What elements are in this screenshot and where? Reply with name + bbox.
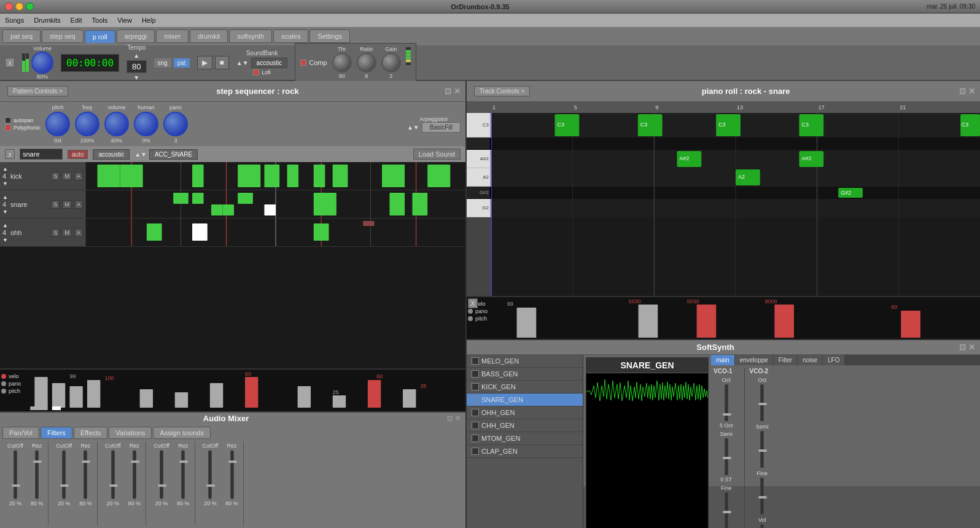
menu-view[interactable]: View xyxy=(117,17,132,24)
step-seq-close[interactable]: ✕ xyxy=(454,87,461,96)
lofi-checkbox[interactable] xyxy=(253,69,259,76)
volume-ctrl-knob[interactable] xyxy=(104,112,129,136)
snare-checkbox[interactable] xyxy=(472,396,479,403)
maximize-button[interactable] xyxy=(26,2,34,10)
roll-close-icon[interactable]: ✕ xyxy=(968,87,975,96)
tab-arpeggi[interactable]: arpeggi xyxy=(117,29,155,43)
vco2-oct-slider-track[interactable] xyxy=(760,384,764,421)
snare-m-btn[interactable]: M xyxy=(62,200,72,209)
pitch-knob[interactable] xyxy=(45,112,70,136)
kick-m-btn[interactable]: M xyxy=(62,172,72,181)
roll-expand-icon[interactable]: ⊡ xyxy=(959,87,966,96)
menu-edit[interactable]: Edit xyxy=(71,17,82,24)
synth-item-clap[interactable]: CLAP_GEN xyxy=(467,445,583,458)
vco1-oct-thumb[interactable] xyxy=(723,413,731,416)
rez-thumb-4[interactable] xyxy=(179,460,188,463)
kick-s-btn[interactable]: S xyxy=(51,172,60,181)
x-button-1[interactable]: x xyxy=(5,58,15,68)
tab-assign[interactable]: Assign sounds xyxy=(153,427,211,439)
kick-a-btn[interactable]: A xyxy=(74,172,83,181)
rez-thumb-1[interactable] xyxy=(33,460,42,463)
cutoff-track-3[interactable] xyxy=(111,450,115,499)
mtom-checkbox[interactable] xyxy=(472,435,479,442)
synth-item-snare[interactable]: SNARE_GEN xyxy=(467,394,583,406)
mixer-expand-icon[interactable]: ⊡ xyxy=(447,414,453,422)
clap-checkbox[interactable] xyxy=(472,448,479,455)
ohh-a-btn[interactable]: A xyxy=(74,228,83,237)
mixer-close-icon[interactable]: ✕ xyxy=(455,414,461,422)
synth-item-chh[interactable]: CHH_GEN xyxy=(467,419,583,432)
synth-item-mtom[interactable]: MTOM_GEN xyxy=(467,432,583,445)
polyphonic-checkbox[interactable] xyxy=(5,125,11,131)
synth-item-melo[interactable]: MELO_GEN xyxy=(467,355,583,368)
cutoff-thumb-3[interactable] xyxy=(109,484,118,487)
synth-tab-main[interactable]: main xyxy=(711,355,734,365)
sng-button[interactable]: sng xyxy=(154,58,171,68)
menu-drumkits[interactable]: Drumkits xyxy=(34,17,60,24)
tempo-value[interactable]: 80 xyxy=(126,60,146,73)
tab-settings[interactable]: Settings xyxy=(309,29,350,43)
rez-thumb-2[interactable] xyxy=(82,460,90,463)
tab-scales[interactable]: scales xyxy=(273,29,308,43)
freq-knob[interactable] xyxy=(75,112,99,136)
synth-tab-filter[interactable]: Filter xyxy=(774,355,797,365)
pat-button[interactable]: pat xyxy=(174,58,190,68)
menu-tools[interactable]: Tools xyxy=(92,17,108,24)
vco2-fine-thumb[interactable] xyxy=(758,496,767,499)
rez-thumb-3[interactable] xyxy=(131,460,139,463)
volume-knob[interactable] xyxy=(31,52,53,74)
tab-softsynth[interactable]: softsynth xyxy=(229,29,272,43)
rez-track-5[interactable] xyxy=(230,450,234,499)
melo-checkbox[interactable] xyxy=(472,357,479,365)
tab-stepseq[interactable]: step seq xyxy=(42,29,84,43)
vco2-fine-slider-track[interactable] xyxy=(760,478,764,514)
cutoff-track-2[interactable] xyxy=(62,450,66,499)
vco1-semi-thumb[interactable] xyxy=(723,457,731,459)
cutoff-track-5[interactable] xyxy=(208,450,212,499)
key-gs2[interactable]: G#2 xyxy=(467,187,491,199)
tab-mixer[interactable]: mixer xyxy=(156,29,189,43)
close-button[interactable] xyxy=(5,2,13,10)
ohh-s-btn[interactable]: S xyxy=(51,228,60,237)
cutoff-thumb-2[interactable] xyxy=(60,484,69,487)
cutoff-thumb-4[interactable] xyxy=(158,484,166,487)
track-name-input[interactable] xyxy=(20,149,63,160)
vco2-oct-thumb[interactable] xyxy=(758,403,767,405)
vco1-fine-slider-track[interactable] xyxy=(725,492,728,528)
key-b2[interactable] xyxy=(467,138,491,150)
cutoff-thumb-5[interactable] xyxy=(206,484,215,487)
tab-patseq[interactable]: pat seq xyxy=(2,29,41,43)
thr-knob[interactable] xyxy=(332,53,352,72)
softsynth-close-icon[interactable]: ✕ xyxy=(968,343,975,352)
rez-track-4[interactable] xyxy=(181,450,185,499)
tab-proll[interactable]: p roll xyxy=(85,30,115,43)
cutoff-track-4[interactable] xyxy=(160,450,163,499)
stop-button[interactable]: ■ xyxy=(215,56,229,69)
ratio-knob[interactable] xyxy=(357,53,376,72)
tab-filters[interactable]: Filters xyxy=(41,427,72,439)
synth-item-bass[interactable]: BASS_GEN xyxy=(467,368,583,381)
snare-s-btn[interactable]: S xyxy=(51,200,60,209)
kick-checkbox[interactable] xyxy=(472,383,479,390)
key-a2[interactable]: A2 xyxy=(467,168,491,187)
acc-snare[interactable]: ACC_SNARE xyxy=(149,149,198,160)
synth-tab-lfo[interactable]: LFO xyxy=(823,355,844,365)
key-as2[interactable]: A#2 xyxy=(467,150,491,168)
bass-checkbox[interactable] xyxy=(472,370,479,378)
vco2-semi-slider-track[interactable] xyxy=(760,431,764,468)
vco1-oct-slider-track[interactable] xyxy=(725,384,728,421)
auto-button[interactable]: auto xyxy=(68,150,88,159)
cutoff-track-1[interactable] xyxy=(14,450,17,499)
key-g2[interactable]: G2 xyxy=(467,199,491,217)
synth-tab-env[interactable]: enveloppe xyxy=(735,355,773,365)
soundbank-name[interactable]: accoustic xyxy=(251,58,288,68)
autopan-checkbox[interactable] xyxy=(5,117,11,123)
minimize-button[interactable] xyxy=(15,2,23,10)
pano-knob[interactable] xyxy=(163,112,188,136)
snare-a-btn[interactable]: A xyxy=(74,200,83,209)
rez-track-1[interactable] xyxy=(35,450,39,499)
track-controls-button[interactable]: Track Controls > xyxy=(474,86,530,96)
menu-songs[interactable]: Songs xyxy=(5,17,24,24)
tab-panvol[interactable]: Pan/Vol xyxy=(2,427,39,439)
rez-thumb-5[interactable] xyxy=(228,460,237,463)
